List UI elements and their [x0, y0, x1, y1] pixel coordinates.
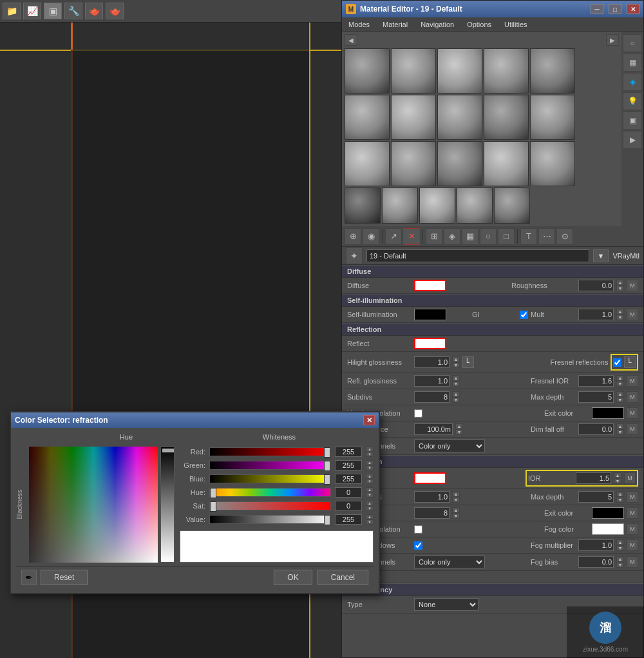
affect-shadows-checkbox[interactable] [414, 541, 422, 550]
sphere-3-3[interactable] [437, 141, 482, 186]
menu-modes[interactable]: Modes [342, 17, 376, 31]
sphere-nav-right[interactable]: ▶ [606, 34, 619, 46]
use-interp-checkbox[interactable] [414, 409, 422, 418]
fi-down[interactable]: ▼ [616, 381, 624, 387]
fi-up[interactable]: ▲ [616, 375, 624, 381]
self-illum-swatch[interactable] [414, 309, 446, 320]
gi-checkbox[interactable] [520, 311, 528, 319]
material-name-input[interactable] [366, 249, 589, 262]
dim-falloff-input[interactable] [578, 423, 614, 435]
md-up[interactable]: ▲ [616, 391, 624, 397]
sphere-2-2[interactable] [391, 95, 436, 140]
blue-value[interactable]: 255 [335, 474, 362, 484]
toolbar-cube-btn[interactable]: □ [498, 228, 515, 245]
menu-navigation[interactable]: Navigation [414, 17, 460, 31]
toolbar-select-btn[interactable]: ▣ [44, 3, 62, 19]
ior-input[interactable] [576, 472, 611, 484]
hue-sat-picker[interactable] [29, 447, 158, 563]
rfg-down[interactable]: ▼ [452, 497, 460, 503]
toolbar-pick-btn[interactable]: ⊕ [345, 228, 361, 245]
mult-up[interactable]: ▲ [616, 309, 624, 314]
toolbar-material-btn[interactable]: ◈ [444, 228, 460, 245]
exit-color-r-map[interactable]: M [627, 507, 638, 519]
rg-down[interactable]: ▼ [452, 381, 460, 387]
fb-up[interactable]: ▲ [616, 556, 624, 562]
sub-down[interactable]: ▼ [452, 397, 460, 403]
sphere-4-4[interactable] [457, 188, 493, 224]
green-up[interactable]: ▲ [366, 460, 374, 465]
mult-map-btn[interactable]: M [627, 309, 638, 320]
ior-map-btn[interactable]: M [624, 472, 636, 484]
rfg-up[interactable]: ▲ [452, 491, 460, 497]
fb-map-btn[interactable]: M [627, 556, 638, 568]
menu-options[interactable]: Options [460, 17, 498, 31]
fog-bias-input[interactable] [578, 556, 614, 568]
fi-map-btn[interactable]: M [627, 375, 638, 387]
sphere-2-1[interactable] [345, 95, 390, 140]
affect-ch-r-select[interactable]: Color only All channels [414, 556, 485, 568]
fresnel-refl-l-btn[interactable]: L [624, 356, 636, 368]
refr-use-interp-checkbox[interactable] [414, 525, 422, 534]
sub-up[interactable]: ▲ [452, 391, 460, 397]
ior-down[interactable]: ▼ [614, 478, 621, 484]
toolbar-assign-btn[interactable]: ↗ [385, 228, 402, 245]
hue-up[interactable]: ▲ [366, 487, 374, 492]
toolbar-teapot2-btn[interactable]: 🫖 [106, 3, 124, 19]
green-slider-track[interactable] [209, 461, 331, 470]
sphere-4-2[interactable] [382, 188, 418, 224]
md-map-btn[interactable]: M [627, 391, 638, 403]
refl-gloss-input[interactable] [414, 375, 450, 387]
toolbar-more-btn[interactable]: ⋯ [538, 228, 555, 245]
toolbar-options-btn[interactable]: ⊙ [556, 228, 573, 245]
toolbar-graph-btn[interactable]: 📈 [23, 3, 41, 19]
mat-props[interactable]: Diffuse Diffuse Roughness ▲ ▼ M Self-ill… [342, 265, 643, 657]
cancel-btn[interactable]: Cancel [317, 570, 368, 585]
red-up[interactable]: ▲ [366, 447, 374, 452]
df-down[interactable]: ▼ [616, 429, 624, 435]
type-select[interactable]: None Hard wax Soft wax Hybrid [414, 598, 478, 611]
sphere-1-3[interactable] [437, 48, 482, 93]
fm-down[interactable]: ▼ [616, 545, 624, 551]
refr-subdivs-input[interactable] [414, 507, 450, 519]
refract-swatch[interactable] [414, 472, 446, 484]
sphere-1-2[interactable] [391, 48, 436, 93]
sphere-nav-left[interactable]: ◀ [345, 34, 357, 46]
reflect-swatch[interactable] [414, 338, 446, 349]
mult-input[interactable] [578, 309, 614, 320]
exit-color-swatch[interactable] [592, 407, 624, 419]
toolbar-move-btn[interactable]: 🔧 [64, 3, 82, 19]
hg-up[interactable]: ▲ [452, 356, 460, 362]
toolbar-light-btn[interactable]: T [520, 228, 537, 245]
fog-color-map[interactable]: M [627, 523, 638, 535]
sphere-4-1[interactable] [345, 188, 381, 224]
fm-up[interactable]: ▲ [616, 539, 624, 545]
menu-material[interactable]: Material [376, 17, 414, 31]
red-slider-track[interactable] [209, 447, 331, 456]
val-down[interactable]: ▼ [366, 519, 374, 525]
toolbar-flyout-btn[interactable]: ⊞ [426, 228, 442, 245]
blue-slider-track[interactable] [209, 474, 331, 483]
affect-ch-select[interactable]: Color only All channels Color+alpha [414, 440, 485, 452]
red-down[interactable]: ▼ [366, 452, 374, 457]
rmd-map-btn[interactable]: M [627, 491, 638, 503]
val-value[interactable]: 255 [335, 514, 362, 525]
toolbar-sphere-btn[interactable]: ○ [480, 228, 497, 245]
green-down[interactable]: ▼ [366, 465, 374, 470]
blue-down[interactable]: ▼ [366, 479, 374, 484]
refr-gloss-input[interactable] [414, 491, 450, 503]
toolbar-folder-btn[interactable]: 📁 [3, 3, 21, 19]
sphere-1-1[interactable] [345, 48, 390, 93]
md-down[interactable]: ▼ [616, 397, 624, 403]
sphere-3-1[interactable] [345, 141, 390, 186]
sphere-1-4[interactable] [484, 48, 529, 93]
fresnel-ior-input[interactable] [578, 375, 614, 387]
fm-map-btn[interactable]: M [627, 539, 638, 551]
val-up[interactable]: ▲ [366, 514, 374, 519]
hg-lock-btn[interactable]: L [462, 356, 474, 368]
sphere-3-4[interactable] [484, 141, 529, 186]
hilight-gloss-input[interactable] [414, 356, 450, 368]
sphere-3-5[interactable] [530, 141, 575, 186]
fog-mult-input[interactable] [578, 539, 614, 551]
toolbar-eye-btn[interactable]: ◉ [363, 228, 379, 245]
df-map-btn[interactable]: M [627, 423, 638, 435]
